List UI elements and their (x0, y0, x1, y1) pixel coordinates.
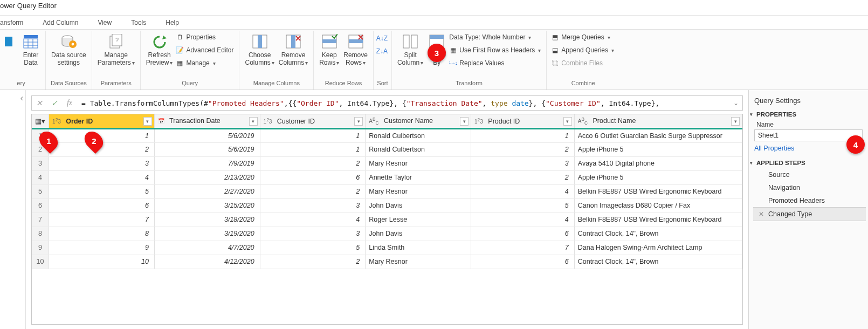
cell[interactable]: 2 (471, 170, 575, 184)
row-number[interactable]: 5 (32, 184, 49, 198)
append-queries-button[interactable]: ⬓Append Queries▾ (551, 45, 614, 56)
cell[interactable]: 2 (471, 142, 575, 156)
properties-button[interactable]: 🗒Properties (176, 32, 233, 43)
cell[interactable]: 2 (260, 184, 366, 198)
cell[interactable]: 2 (260, 255, 366, 269)
cell[interactable]: 7 (471, 241, 575, 255)
row-number[interactable]: 7 (32, 213, 49, 227)
formula-text[interactable]: = Table.TransformColumnTypes(#"Promoted … (77, 99, 729, 107)
table-row[interactable]: 773/18/20204Roger Lesse4Belkin F8E887 US… (32, 213, 742, 227)
cell[interactable]: 8 (49, 227, 155, 241)
column-filter-button[interactable]: ▾ (143, 117, 152, 126)
cell[interactable]: 4 (260, 213, 366, 227)
cell[interactable]: 2/27/2020 (154, 184, 260, 198)
cell[interactable]: Roger Lesse (366, 213, 471, 227)
cell[interactable]: 6 (260, 170, 366, 184)
remove-rows-button[interactable]: RemoveRows▾ (341, 31, 370, 67)
cell[interactable]: Apple iPhone 5 (574, 170, 742, 184)
sort-asc-button[interactable]: A↓Z (378, 33, 386, 44)
query-name-input[interactable]: Sheet1 (754, 129, 863, 141)
cell[interactable]: 7/9/2019 (154, 156, 260, 170)
cell[interactable]: John Davis (366, 227, 471, 241)
cell[interactable]: Mary Resnor (366, 156, 471, 170)
cell[interactable]: 3 (471, 156, 575, 170)
table-row[interactable]: 994/7/20205Linda Smith7Dana Halogen Swin… (32, 241, 742, 255)
cell[interactable]: Acco 6 Outlet Guardian Basic Surge Suppr… (574, 128, 742, 142)
manage-button[interactable]: ▦Manage▾ (176, 58, 233, 68)
table-row[interactable]: 442/13/20206Annette Taylor2Apple iPhone … (32, 170, 742, 184)
refresh-preview-button[interactable]: RefreshPreview▾ (144, 31, 175, 67)
column-filter-button[interactable]: ▾ (563, 117, 572, 126)
menu-tools[interactable]: Tools (121, 16, 156, 29)
cell[interactable]: Canon Imageclass D680 Copier / Fax (574, 198, 742, 213)
choose-columns-button[interactable]: ChooseColumns▾ (243, 31, 276, 67)
cell[interactable]: 5/6/2019 (154, 142, 260, 156)
cell[interactable]: Linda Smith (366, 241, 471, 255)
row-number[interactable]: 6 (32, 198, 49, 213)
cell[interactable]: Belkin F8E887 USB Wired Ergonomic Keyboa… (574, 213, 742, 227)
cell[interactable]: 3/15/2020 (154, 198, 260, 213)
cell[interactable]: 3 (260, 198, 366, 213)
column-header-order-id[interactable]: 123 Order ID▾ (49, 114, 155, 128)
applied-steps-section[interactable]: APPLIED STEPS (749, 156, 868, 168)
cell[interactable]: 4 (471, 213, 575, 227)
formula-cancel-button[interactable]: ✕ (32, 99, 47, 107)
keep-rows-button[interactable]: KeepRows▾ (317, 31, 341, 67)
select-all-corner[interactable]: ▦▾ (32, 114, 49, 128)
remove-columns-button[interactable]: RemoveColumns▾ (277, 31, 310, 67)
cell[interactable]: Ronald Culbertson (366, 142, 471, 156)
column-filter-button[interactable]: ▾ (354, 117, 363, 126)
cell[interactable]: Mary Resnor (366, 184, 471, 198)
cell[interactable]: Avaya 5410 Digital phone (574, 156, 742, 170)
cell[interactable]: Belkin F8E887 USB Wired Ergonomic Keyboa… (574, 184, 742, 198)
cell[interactable]: 4/12/2020 (154, 255, 260, 269)
table-row[interactable]: 552/27/20202Mary Resnor4Belkin F8E887 US… (32, 184, 742, 198)
delete-step-icon[interactable]: ✕ (759, 210, 764, 218)
table-row[interactable]: 883/19/20203John Davis6Contract Clock, 1… (32, 227, 742, 241)
cell[interactable]: 1 (260, 142, 366, 156)
cell[interactable]: 1 (260, 128, 366, 142)
table-row[interactable]: 10104/12/20202Mary Resnor6Contract Clock… (32, 255, 742, 269)
column-filter-button[interactable]: ▾ (731, 117, 740, 126)
cell[interactable]: 2/13/2020 (154, 170, 260, 184)
row-number[interactable]: 3 (32, 156, 49, 170)
table-row[interactable]: 115/6/20191Ronald Culbertson1Acco 6 Outl… (32, 128, 742, 142)
table-row[interactable]: 663/15/20203John Davis5Canon Imageclass … (32, 198, 742, 213)
column-header-product-id[interactable]: 123 Product ID▾ (471, 114, 575, 128)
cell[interactable]: 5/6/2019 (154, 128, 260, 142)
data-type-dropdown[interactable]: Data Type: Whole Number▾ (449, 32, 541, 43)
cell[interactable]: 9 (49, 241, 155, 255)
replace-values-button[interactable]: ¹→₂Replace Values (449, 58, 541, 68)
data-grid[interactable]: ▦▾123 Order ID▾📅 Transaction Date▾123 Cu… (31, 114, 743, 325)
applied-step[interactable]: Source (753, 168, 866, 181)
manage-parameters-button[interactable]: ? ManageParameters▾ (95, 31, 137, 67)
formula-commit-button[interactable]: ✓ (47, 99, 62, 107)
cell[interactable]: Contract Clock, 14", Brown (574, 227, 742, 241)
column-header-customer-id[interactable]: 123 Customer ID▾ (260, 114, 366, 128)
cell[interactable]: 3/19/2020 (154, 227, 260, 241)
cell[interactable]: Dana Halogen Swing-Arm Architect Lamp (574, 241, 742, 255)
cell[interactable]: 5 (49, 184, 155, 198)
column-header-transaction-date[interactable]: 📅 Transaction Date▾ (154, 114, 260, 128)
cell[interactable]: 7 (49, 213, 155, 227)
menu-add-column[interactable]: Add Column (33, 16, 88, 29)
cell[interactable]: 6 (49, 198, 155, 213)
row-number[interactable]: 9 (32, 241, 49, 255)
cell[interactable]: 6 (471, 255, 575, 269)
table-row[interactable]: 225/6/20191Ronald Culbertson2Apple iPhon… (32, 142, 742, 156)
menu-view[interactable]: View (88, 16, 121, 29)
menu-help[interactable]: Help (156, 16, 189, 29)
cell[interactable]: 5 (471, 198, 575, 213)
properties-section[interactable]: PROPERTIES (749, 108, 868, 120)
data-source-settings-button[interactable]: Data sourcesettings (49, 31, 88, 66)
cell[interactable]: Ronald Culbertson (366, 128, 471, 142)
row-number[interactable]: 8 (32, 227, 49, 241)
column-header-product-name[interactable]: ABC Product Name▾ (574, 114, 742, 128)
close-apply-button[interactable] (0, 31, 19, 59)
column-header-customer-name[interactable]: ABC Customer Name▾ (366, 114, 471, 128)
cell[interactable]: 5 (260, 241, 366, 255)
cell[interactable]: John Davis (366, 198, 471, 213)
cell[interactable]: Contract Clock, 14", Brown (574, 255, 742, 269)
split-column-button[interactable]: SplitColumn▾ (395, 31, 425, 67)
row-number[interactable]: 4 (32, 170, 49, 184)
